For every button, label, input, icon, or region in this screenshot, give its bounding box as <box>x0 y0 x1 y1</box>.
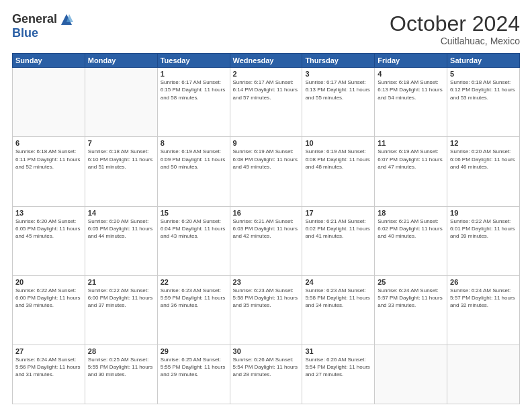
location-title: Cuitlahuac, Mexico <box>390 36 520 46</box>
day-number: 19 <box>450 209 517 217</box>
table-row: 4Sunrise: 6:18 AM Sunset: 6:13 PM Daylig… <box>375 68 447 137</box>
day-number: 6 <box>15 139 82 147</box>
page: General Blue October 2024 Cuitlahuac, Me… <box>0 0 532 411</box>
table-row: 1Sunrise: 6:17 AM Sunset: 6:15 PM Daylig… <box>157 68 230 137</box>
col-wednesday: Wednesday <box>230 54 302 68</box>
day-number: 17 <box>305 209 371 217</box>
day-number: 21 <box>88 278 154 286</box>
day-info: Sunrise: 6:24 AM Sunset: 5:56 PM Dayligh… <box>15 356 82 379</box>
day-info: Sunrise: 6:25 AM Sunset: 5:55 PM Dayligh… <box>161 356 227 379</box>
day-number: 11 <box>378 139 444 147</box>
day-number: 5 <box>450 70 517 78</box>
table-row: 13Sunrise: 6:20 AM Sunset: 6:05 PM Dayli… <box>13 206 85 275</box>
table-row: 6Sunrise: 6:18 AM Sunset: 6:11 PM Daylig… <box>13 137 85 206</box>
calendar-table: Sunday Monday Tuesday Wednesday Thursday… <box>12 53 520 404</box>
day-number: 22 <box>161 278 227 286</box>
day-info: Sunrise: 6:18 AM Sunset: 6:13 PM Dayligh… <box>378 79 444 101</box>
logo-general-text: General <box>12 12 57 26</box>
day-info: Sunrise: 6:17 AM Sunset: 6:13 PM Dayligh… <box>305 79 371 101</box>
table-row: 8Sunrise: 6:19 AM Sunset: 6:09 PM Daylig… <box>157 137 230 206</box>
day-info: Sunrise: 6:18 AM Sunset: 6:12 PM Dayligh… <box>450 79 517 101</box>
day-number: 13 <box>15 209 82 217</box>
day-info: Sunrise: 6:23 AM Sunset: 5:58 PM Dayligh… <box>233 287 300 310</box>
table-row: 20Sunrise: 6:22 AM Sunset: 6:00 PM Dayli… <box>13 275 85 345</box>
table-row: 14Sunrise: 6:20 AM Sunset: 6:05 PM Dayli… <box>85 206 157 275</box>
table-row: 15Sunrise: 6:20 AM Sunset: 6:04 PM Dayli… <box>157 206 230 275</box>
day-info: Sunrise: 6:24 AM Sunset: 5:57 PM Dayligh… <box>450 287 517 310</box>
day-info: Sunrise: 6:17 AM Sunset: 6:15 PM Dayligh… <box>161 79 227 101</box>
day-info: Sunrise: 6:21 AM Sunset: 6:02 PM Dayligh… <box>305 218 371 240</box>
table-row: 25Sunrise: 6:24 AM Sunset: 5:57 PM Dayli… <box>375 275 447 345</box>
table-row <box>85 68 157 137</box>
day-info: Sunrise: 6:23 AM Sunset: 5:58 PM Dayligh… <box>305 287 371 310</box>
day-number: 4 <box>378 70 444 78</box>
table-row: 23Sunrise: 6:23 AM Sunset: 5:58 PM Dayli… <box>230 275 302 345</box>
col-monday: Monday <box>85 54 157 68</box>
table-row: 3Sunrise: 6:17 AM Sunset: 6:13 PM Daylig… <box>302 68 375 137</box>
col-sunday: Sunday <box>13 54 85 68</box>
day-number: 1 <box>161 70 227 78</box>
day-number: 30 <box>233 347 300 355</box>
day-info: Sunrise: 6:19 AM Sunset: 6:07 PM Dayligh… <box>378 148 444 171</box>
day-info: Sunrise: 6:18 AM Sunset: 6:10 PM Dayligh… <box>88 148 154 171</box>
title-block: October 2024 Cuitlahuac, Mexico <box>390 12 520 46</box>
month-title: October 2024 <box>390 12 520 36</box>
table-row: 30Sunrise: 6:26 AM Sunset: 5:54 PM Dayli… <box>230 345 302 404</box>
table-row: 12Sunrise: 6:20 AM Sunset: 6:06 PM Dayli… <box>447 137 520 206</box>
day-number: 28 <box>88 347 154 355</box>
day-number: 3 <box>305 70 371 78</box>
day-number: 27 <box>15 347 82 355</box>
table-row: 31Sunrise: 6:26 AM Sunset: 5:54 PM Dayli… <box>302 345 375 404</box>
day-info: Sunrise: 6:20 AM Sunset: 6:06 PM Dayligh… <box>450 148 517 171</box>
day-info: Sunrise: 6:20 AM Sunset: 6:05 PM Dayligh… <box>15 218 82 240</box>
day-info: Sunrise: 6:26 AM Sunset: 5:54 PM Dayligh… <box>233 356 300 379</box>
calendar-header-row: Sunday Monday Tuesday Wednesday Thursday… <box>13 54 520 68</box>
day-number: 18 <box>378 209 444 217</box>
table-row: 28Sunrise: 6:25 AM Sunset: 5:55 PM Dayli… <box>85 345 157 404</box>
day-number: 20 <box>15 278 82 286</box>
day-number: 23 <box>233 278 300 286</box>
col-thursday: Thursday <box>302 54 375 68</box>
day-number: 24 <box>305 278 371 286</box>
day-number: 7 <box>88 139 154 147</box>
day-number: 25 <box>378 278 444 286</box>
table-row <box>13 68 85 137</box>
day-info: Sunrise: 6:17 AM Sunset: 6:14 PM Dayligh… <box>233 79 300 101</box>
day-info: Sunrise: 6:23 AM Sunset: 5:59 PM Dayligh… <box>161 287 227 310</box>
header: General Blue October 2024 Cuitlahuac, Me… <box>12 12 520 46</box>
table-row: 18Sunrise: 6:21 AM Sunset: 6:02 PM Dayli… <box>375 206 447 275</box>
day-info: Sunrise: 6:19 AM Sunset: 6:08 PM Dayligh… <box>233 148 300 171</box>
table-row: 16Sunrise: 6:21 AM Sunset: 6:03 PM Dayli… <box>230 206 302 275</box>
table-row: 10Sunrise: 6:19 AM Sunset: 6:08 PM Dayli… <box>302 137 375 206</box>
logo-icon <box>60 13 73 26</box>
day-number: 26 <box>450 278 517 286</box>
table-row: 29Sunrise: 6:25 AM Sunset: 5:55 PM Dayli… <box>157 345 230 404</box>
day-info: Sunrise: 6:20 AM Sunset: 6:04 PM Dayligh… <box>161 218 227 240</box>
day-info: Sunrise: 6:19 AM Sunset: 6:08 PM Dayligh… <box>305 148 371 171</box>
col-saturday: Saturday <box>447 54 520 68</box>
day-info: Sunrise: 6:18 AM Sunset: 6:11 PM Dayligh… <box>15 148 82 171</box>
table-row: 22Sunrise: 6:23 AM Sunset: 5:59 PM Dayli… <box>157 275 230 345</box>
day-number: 16 <box>233 209 300 217</box>
day-info: Sunrise: 6:22 AM Sunset: 6:00 PM Dayligh… <box>88 287 154 310</box>
day-number: 12 <box>450 139 517 147</box>
day-info: Sunrise: 6:19 AM Sunset: 6:09 PM Dayligh… <box>161 148 227 171</box>
day-info: Sunrise: 6:21 AM Sunset: 6:02 PM Dayligh… <box>378 218 444 240</box>
day-info: Sunrise: 6:25 AM Sunset: 5:55 PM Dayligh… <box>88 356 154 379</box>
table-row: 17Sunrise: 6:21 AM Sunset: 6:02 PM Dayli… <box>302 206 375 275</box>
day-info: Sunrise: 6:24 AM Sunset: 5:57 PM Dayligh… <box>378 287 444 310</box>
table-row <box>375 345 447 404</box>
table-row: 11Sunrise: 6:19 AM Sunset: 6:07 PM Dayli… <box>375 137 447 206</box>
day-info: Sunrise: 6:22 AM Sunset: 6:00 PM Dayligh… <box>15 287 82 310</box>
table-row: 26Sunrise: 6:24 AM Sunset: 5:57 PM Dayli… <box>447 275 520 345</box>
table-row: 5Sunrise: 6:18 AM Sunset: 6:12 PM Daylig… <box>447 68 520 137</box>
day-number: 8 <box>161 139 227 147</box>
table-row: 2Sunrise: 6:17 AM Sunset: 6:14 PM Daylig… <box>230 68 302 137</box>
logo: General Blue <box>12 12 73 40</box>
table-row: 21Sunrise: 6:22 AM Sunset: 6:00 PM Dayli… <box>85 275 157 345</box>
day-info: Sunrise: 6:26 AM Sunset: 5:54 PM Dayligh… <box>305 356 371 379</box>
col-friday: Friday <box>375 54 447 68</box>
day-number: 29 <box>161 347 227 355</box>
day-info: Sunrise: 6:21 AM Sunset: 6:03 PM Dayligh… <box>233 218 300 240</box>
table-row: 9Sunrise: 6:19 AM Sunset: 6:08 PM Daylig… <box>230 137 302 206</box>
